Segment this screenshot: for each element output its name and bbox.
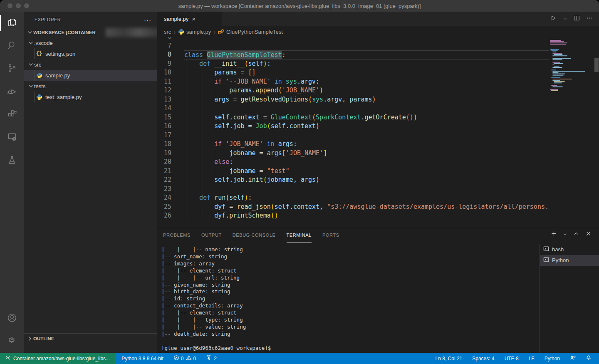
code-line-8: class GluePythonSampleTest: <box>184 50 549 59</box>
remote-indicator[interactable]: Container amazon/aws-glue-libs:glue_libs… <box>0 353 115 364</box>
more-button[interactable] <box>586 15 593 23</box>
terminal-line: |-- birth_date: string <box>161 288 539 295</box>
tree-item-label: tests <box>34 83 45 89</box>
line-number: 17 <box>157 131 171 140</box>
run-dropdown-button[interactable] <box>563 15 567 23</box>
code-line-24: def run(self): <box>184 193 549 203</box>
maximize-panel-button[interactable] <box>573 230 579 238</box>
tree-indent-guide <box>34 48 35 59</box>
tree-indent-guide <box>34 92 35 102</box>
indent-guide <box>186 86 186 95</box>
terminal-session-python[interactable]: Python <box>540 255 599 266</box>
tree-item-label: .vscode <box>34 40 53 46</box>
workspace-section-header[interactable]: WORKSPACE [CONTAINER <box>24 27 157 37</box>
indent-guide <box>186 122 186 131</box>
panel-tab-problems[interactable]: PROBLEMS <box>163 227 191 243</box>
chevron-down-icon <box>27 29 33 36</box>
breadcrumb-item-sample.py[interactable]: sample.py <box>178 29 211 35</box>
explorer-sidebar: EXPLORER ··· WORKSPACE [CONTAINER .vscod… <box>24 12 157 353</box>
indent-guide <box>201 176 201 185</box>
error-icon <box>173 355 179 362</box>
code-line-23 <box>184 185 549 194</box>
indent-guide <box>201 68 201 77</box>
tab-sample-py[interactable]: sample.py × <box>157 12 222 26</box>
outline-section-header[interactable]: OUTLINE <box>24 333 157 344</box>
python-interpreter-item[interactable]: Python 3.8.9 64-bit <box>118 353 167 364</box>
activity-item-search[interactable] <box>0 35 24 57</box>
python-version-label: Python 3.8.9 64-bit <box>121 356 163 362</box>
code-lines: class GluePythonSampleTest:def __init__(… <box>184 37 549 220</box>
notifications-item[interactable] <box>582 353 595 364</box>
tree-item-test-sample-py[interactable]: test_sample.py <box>24 92 157 102</box>
tree-item-settings-json[interactable]: {}settings.json <box>24 48 157 59</box>
activity-item-remote-explorer[interactable] <box>0 126 24 149</box>
breadcrumb-label: src <box>164 29 171 35</box>
split-editor-button[interactable] <box>573 15 580 23</box>
activity-item-testing[interactable] <box>0 149 24 172</box>
activity-item-extensions[interactable] <box>0 103 24 126</box>
cursor-position-item[interactable]: Ln 8, Col 21 <box>432 353 466 364</box>
terminal-dropdown-button[interactable] <box>563 231 567 238</box>
panel-tab-ports[interactable]: PORTS <box>322 227 339 243</box>
zoom-window-button[interactable] <box>24 3 29 8</box>
activity-item-account[interactable] <box>0 307 24 330</box>
minimap[interactable] <box>549 38 594 227</box>
status-bar-right: Ln 8, Col 21 Spaces: 4 UTF-8 LF Python <box>432 353 599 364</box>
indent-guide <box>201 149 201 158</box>
ports-item[interactable]: 2 <box>203 353 220 364</box>
run-debug-icon <box>7 86 17 98</box>
panel-tab-terminal[interactable]: TERMINAL <box>287 227 312 243</box>
eol-item[interactable]: LF <box>525 353 538 364</box>
close-tab-icon[interactable]: × <box>192 16 196 22</box>
breadcrumb-separator: › <box>213 29 215 35</box>
explorer-more-actions-button[interactable]: ··· <box>144 16 151 23</box>
line-number: 19 <box>157 149 171 158</box>
language-mode-item[interactable]: Python <box>541 353 563 364</box>
editor-scrollbar[interactable] <box>594 37 599 227</box>
activity-item-run-debug[interactable] <box>0 80 24 103</box>
terminal-line: | | |-- name: string <box>161 246 539 253</box>
close-panel-button[interactable] <box>585 230 592 238</box>
tree-item-tests[interactable]: tests <box>24 81 157 92</box>
tree-indent-guide <box>34 70 35 81</box>
terminal-line: |-- given_name: string <box>161 282 539 289</box>
line-number: 6 <box>157 37 171 42</box>
new-terminal-button[interactable] <box>551 230 557 238</box>
indentation-item[interactable]: Spaces: 4 <box>469 353 498 364</box>
panel-tab-debug-console[interactable]: DEBUG CONSOLE <box>233 227 276 243</box>
tree-item-src[interactable]: src <box>24 59 157 70</box>
activity-item-explorer[interactable] <box>0 12 24 35</box>
tree-item-sample-py[interactable]: sample.py <box>24 70 157 81</box>
code-line-6 <box>184 37 549 42</box>
terminal-session-bash[interactable]: bash <box>540 244 599 255</box>
scrollbar-thumb[interactable] <box>594 58 599 72</box>
indent-guide <box>186 167 186 176</box>
close-window-button[interactable] <box>7 3 12 8</box>
explorer-icon <box>7 17 17 30</box>
minimize-window-button[interactable] <box>16 3 21 8</box>
panel-tab-output[interactable]: OUTPUT <box>201 227 222 243</box>
window-controls[interactable] <box>7 3 29 8</box>
feedback-item[interactable] <box>567 353 579 364</box>
code-editor[interactable]: 67891011121314151617181920212223242526 c… <box>157 37 599 227</box>
problems-item[interactable]: 0 0 <box>170 353 199 364</box>
encoding-item[interactable]: UTF-8 <box>501 353 522 364</box>
activity-item-settings[interactable] <box>0 330 24 353</box>
python-file-icon <box>36 72 42 79</box>
line-number: 14 <box>157 104 171 113</box>
explorer-header: EXPLORER ··· <box>24 12 157 27</box>
extensions-icon <box>7 109 17 121</box>
terminal-output[interactable]: | | |-- name: string|-- sort_name: strin… <box>161 246 539 353</box>
indent-guide <box>201 77 201 87</box>
terminal-session-list: bashPython <box>540 244 599 353</box>
language-mode-label: Python <box>545 356 560 362</box>
line-number: 18 <box>157 140 171 149</box>
run-button[interactable] <box>550 15 557 23</box>
indent-guide <box>201 158 201 167</box>
indent-guide <box>186 193 186 203</box>
breadcrumb-item-gluepythonsampletest[interactable]: GluePythonSampleTest <box>218 29 283 35</box>
activity-item-source-control[interactable] <box>0 57 24 80</box>
tree-item--vscode[interactable]: .vscode <box>24 37 157 48</box>
indent-guide <box>201 167 201 176</box>
breadcrumb-item-src[interactable]: src <box>164 29 171 35</box>
